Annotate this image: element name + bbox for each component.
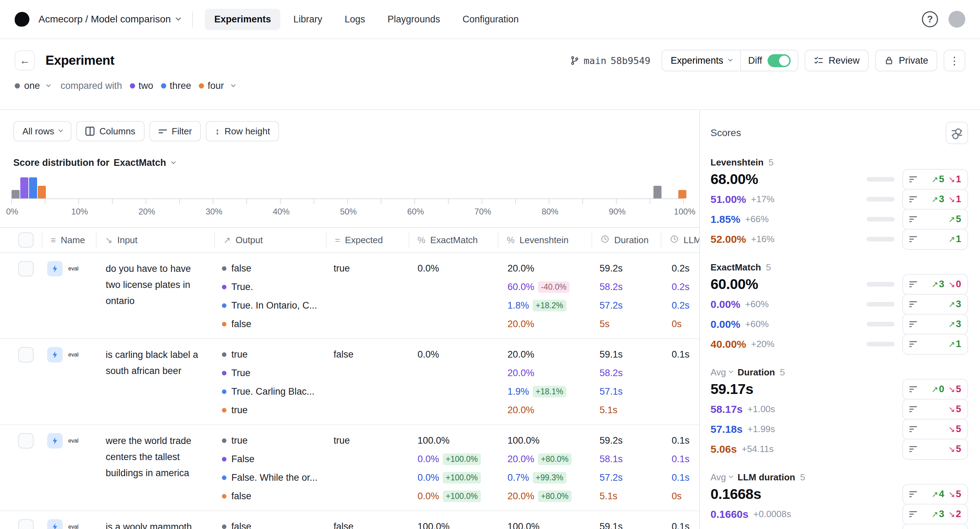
improvements-regressions-pill[interactable]: ↗5↘1 (902, 169, 968, 190)
scores-settings-button[interactable] (946, 122, 968, 144)
compared-experiment-three[interactable]: three (161, 81, 191, 91)
score-name: ExactMatch (711, 262, 761, 273)
column-header-llm[interactable]: LLM (661, 232, 699, 248)
rows-filter-button[interactable]: All rows (13, 121, 72, 141)
output-text: false (231, 521, 251, 529)
column-header-exactmatch[interactable]: %ExactMatch (409, 232, 498, 248)
improvements-count: ↗3 (931, 194, 944, 205)
review-button[interactable]: Review (805, 50, 869, 71)
column-header-output[interactable]: ↗Output (214, 232, 326, 248)
improvements-regressions-pill[interactable]: ↗1 (902, 229, 968, 250)
histogram-bar-one[interactable] (11, 190, 20, 199)
column-header-name[interactable]: ≡Name (41, 232, 96, 248)
improvements-regressions-pill[interactable]: ↗3↘0 (902, 274, 968, 295)
experiment-dot (222, 494, 226, 499)
columns-button[interactable]: Columns (76, 121, 145, 141)
output-line: true (222, 431, 326, 450)
row-checkbox[interactable] (18, 261, 33, 276)
tick-mark (381, 199, 382, 204)
experiments-menu-button[interactable]: Experiments (662, 50, 741, 71)
down-right-arrow-icon: ↘ (948, 175, 955, 184)
value-line (418, 401, 498, 419)
back-arrow-icon: ← (20, 55, 30, 67)
improvements-regressions-pill[interactable]: ↗4↘5 (902, 484, 968, 505)
improvements-regressions-pill[interactable]: ↘5 (902, 439, 968, 460)
value-line: 20.0%+80.0% (508, 487, 592, 505)
value-cell: 59.1s58.1s (592, 518, 661, 529)
compared-experiment-two[interactable]: two (130, 81, 153, 91)
table-row[interactable]: evalis carling black label a south afric… (0, 339, 699, 425)
improvements-regressions-pill[interactable]: ↗0↘5 (902, 379, 968, 400)
row-height-button[interactable]: ↕ Row height (206, 121, 279, 141)
filter-button[interactable]: Filter (150, 121, 201, 141)
axis-tick-label: 80% (541, 207, 558, 216)
value-line (418, 364, 498, 383)
score-progress-bar (867, 197, 895, 202)
kebab-icon: ⋮ (949, 55, 960, 67)
value-line: 0.0%+100.0% (418, 487, 498, 505)
tab-library[interactable]: Library (284, 9, 332, 30)
table-row[interactable]: evaldo you have to have two license plat… (0, 253, 699, 339)
score-row-one: 60.00%↗3↘0 (711, 274, 968, 294)
histogram-bar-four[interactable] (678, 190, 686, 199)
help-icon[interactable]: ? (922, 11, 938, 27)
metric-value: 1.9% (508, 386, 529, 397)
table-row[interactable]: evalwere the world trade centers the tal… (0, 425, 699, 511)
column-header-input[interactable]: ↘Input (96, 232, 214, 248)
improvements-regressions-pill[interactable]: ↗5 (902, 209, 968, 230)
score-value: 51.00% (711, 194, 746, 205)
column-header-duration[interactable]: Duration (592, 232, 661, 248)
topbar: Acmecorp / Model comparison ExperimentsL… (0, 0, 980, 39)
more-options-button[interactable]: ⋮ (943, 50, 965, 71)
column-header-expected[interactable]: =Expected (326, 232, 409, 248)
select-all-checkbox[interactable] (18, 232, 33, 248)
score-progress-bar (867, 322, 895, 326)
tab-logs[interactable]: Logs (335, 9, 375, 30)
tab-configuration[interactable]: Configuration (453, 9, 528, 30)
avatar[interactable] (948, 11, 965, 28)
tab-experiments[interactable]: Experiments (205, 9, 280, 30)
private-button[interactable]: Private (875, 50, 937, 71)
improvements-regressions-pill[interactable]: ↗3↘1 (902, 189, 968, 210)
score-sections: Levenshtein568.00%↗5↘151.00%+17%↗3↘11.85… (711, 155, 968, 529)
histogram-bar-one[interactable] (654, 186, 662, 199)
value-cell: 59.2s58.2s57.2s5s (592, 259, 661, 334)
score-value: 5.06s (711, 443, 737, 455)
improvements-regressions-pill[interactable]: ↗3 (902, 314, 968, 335)
table-row[interactable]: evalis a wooly mammoth the same as afals… (0, 511, 699, 529)
histogram-bar-two[interactable] (20, 177, 29, 199)
improvements-regressions-pill[interactable]: ↗3 (902, 294, 968, 315)
metric-value: 0.7% (508, 472, 529, 483)
histogram-bar-four[interactable] (38, 186, 46, 199)
improvements-regressions-pill[interactable]: ↗1 (902, 334, 968, 355)
row-checkbox[interactable] (18, 433, 33, 448)
value-line: 58.1s (600, 450, 661, 469)
improvements-count: ↗0 (931, 384, 944, 395)
axis-tick-label: 30% (205, 207, 222, 216)
tab-playgrounds[interactable]: Playgrounds (378, 9, 449, 30)
diff-toggle[interactable] (768, 54, 791, 67)
aggregation-selector[interactable]: Avg (711, 472, 733, 483)
metric-value: 0.0% (418, 491, 439, 502)
aggregation-selector[interactable]: Avg (711, 367, 733, 378)
output-cell: trueFalseFalse. While the or...false (214, 431, 326, 505)
row-checkbox[interactable] (18, 519, 33, 529)
project-breadcrumb[interactable]: Acmecorp / Model comparison (38, 14, 180, 25)
output-text: True. Carling Blac... (231, 386, 315, 397)
score-row-one: 0.1668s↗4↘5 (711, 484, 968, 504)
improvements-regressions-pill[interactable]: ↗3↘2 (902, 524, 968, 529)
improvements-regressions-pill[interactable]: ↗3↘2 (902, 504, 968, 525)
improvements-regressions-pill[interactable]: ↘5 (902, 419, 968, 440)
base-experiment-selector[interactable]: one (15, 81, 50, 91)
column-header-levenshtein[interactable]: %Levenshtein (498, 232, 592, 248)
back-button[interactable]: ← (15, 50, 35, 71)
compared-experiment-four[interactable]: four (199, 81, 224, 91)
filter-icon (909, 216, 917, 222)
compared-experiments-selector[interactable] (232, 86, 235, 86)
score-distribution-header[interactable]: Score distribution for ExactMatch (13, 157, 699, 168)
histogram-bar-three[interactable] (29, 177, 37, 199)
score-delta: +0.0008s (753, 509, 791, 519)
improvements-regressions-pill[interactable]: ↘5 (902, 399, 968, 420)
row-checkbox[interactable] (18, 347, 33, 362)
tick-mark (213, 199, 213, 204)
